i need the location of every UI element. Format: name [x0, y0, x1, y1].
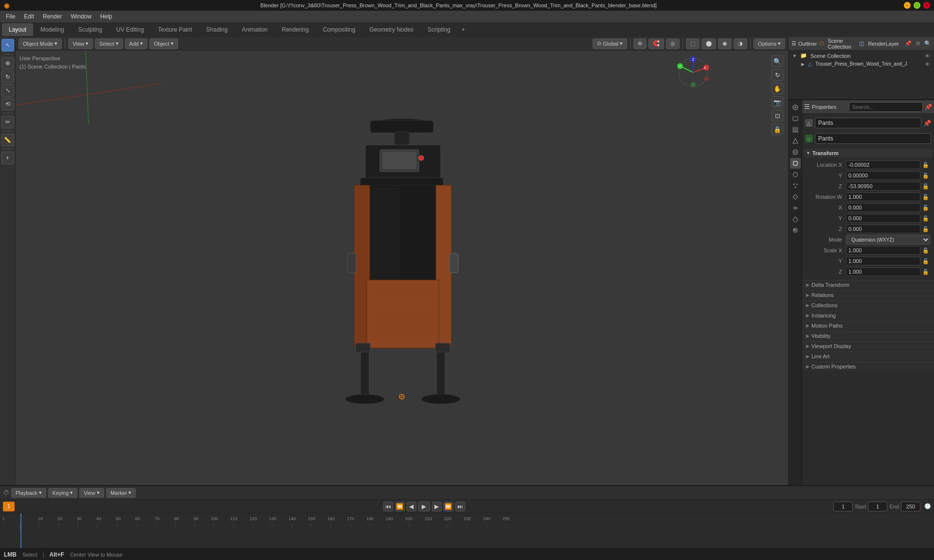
tab-uv-editing[interactable]: UV Editing [109, 23, 151, 36]
viewport-material-button[interactable]: ◉ [718, 38, 732, 49]
location-x-value[interactable]: -0.00002 [846, 160, 920, 169]
prop-tab-material[interactable] [790, 225, 801, 236]
jump-end-button[interactable]: ⏭ [455, 502, 465, 511]
menu-file[interactable]: File [2, 12, 19, 21]
camera-button[interactable]: 📷 [772, 96, 783, 108]
prop-tab-world[interactable] [790, 147, 801, 158]
tool-move[interactable]: ⊕ [1, 57, 14, 70]
instancing-header[interactable]: ▶ Instancing [802, 311, 934, 320]
tool-rotate[interactable]: ↻ [1, 70, 14, 83]
menu-help[interactable]: Help [96, 12, 116, 21]
minimize-button[interactable]: − [904, 2, 911, 9]
global-transform-button[interactable]: ⊙ Global ▾ [593, 38, 627, 49]
next-frame-button[interactable]: ▶ [432, 502, 442, 511]
scale-z-lock[interactable]: 🔓 [921, 267, 930, 276]
delta-transform-header[interactable]: ▶ Delta Transform [802, 280, 934, 289]
prop-tab-view-layer[interactable] [790, 124, 801, 135]
prop-tab-data[interactable] [790, 214, 801, 225]
viewport-display-header[interactable]: ▶ Viewport Display [802, 341, 934, 350]
lock-button[interactable]: 🔒 [772, 123, 783, 135]
start-frame-input[interactable]: 1 [868, 502, 887, 511]
viewport-shading-buttons[interactable]: ⬚ [686, 38, 700, 49]
tab-scripting[interactable]: Scripting [421, 23, 457, 36]
prop-tab-object[interactable] [790, 158, 801, 169]
object-mode-dropdown[interactable]: Object Mode ▾ [18, 38, 62, 49]
tab-layout[interactable]: Layout [2, 23, 33, 36]
tool-select[interactable]: ↖ [1, 39, 14, 52]
custom-properties-header[interactable]: ▶ Custom Properties [802, 362, 934, 371]
tab-rendering[interactable]: Rendering [275, 23, 315, 36]
object-name-input[interactable]: Pants [815, 118, 921, 128]
visibility-header[interactable]: ▶ Visibility [802, 331, 934, 340]
object-menu-button[interactable]: Object ▾ [149, 38, 178, 49]
tool-annotate[interactable]: ✏ [1, 116, 14, 128]
location-z-value[interactable]: -53.90950 [846, 182, 920, 191]
menu-window[interactable]: Window [67, 12, 95, 21]
rotation-y-value[interactable]: 0.000 [846, 214, 920, 223]
rotation-z-value[interactable]: 0.000 [846, 225, 920, 233]
filter-icon[interactable]: ⚙ [916, 40, 920, 47]
menu-edit[interactable]: Edit [20, 12, 38, 21]
rotation-y-lock[interactable]: 🔓 [921, 214, 930, 223]
rotation-x-lock[interactable]: 🔓 [921, 203, 930, 212]
keying-menu-button[interactable]: Keying ▾ [48, 488, 78, 498]
relations-header[interactable]: ▶ Relations [802, 290, 934, 299]
view-menu-button[interactable]: View ▾ [68, 38, 93, 49]
tool-scale[interactable]: ⤡ [1, 84, 14, 97]
options-button[interactable]: Options ▾ [754, 38, 785, 49]
tab-compositing[interactable]: Compositing [316, 23, 362, 36]
scale-x-value[interactable]: 1.000 [846, 246, 920, 255]
location-y-lock[interactable]: 🔓 [921, 171, 930, 180]
prop-tab-render[interactable] [790, 102, 801, 113]
playback-menu-button[interactable]: Playback ▾ [11, 488, 46, 498]
mesh-name-input[interactable]: Pants [815, 133, 931, 144]
motion-paths-header[interactable]: ▶ Motion Paths [802, 321, 934, 330]
snap-button[interactable]: 🧲 [648, 38, 664, 49]
scale-y-lock[interactable]: 🔓 [921, 257, 930, 265]
prev-keyframe-button[interactable]: ⏪ [395, 502, 405, 511]
tab-shading[interactable]: Shading [199, 23, 234, 36]
viewport-canvas[interactable]: User Perspective (1) Scene Collection | … [16, 51, 788, 485]
zoom-in-button[interactable]: 🔍 [772, 55, 783, 67]
rotation-z-lock[interactable]: 🔓 [921, 225, 930, 233]
props-pin-icon[interactable]: 📌 [925, 104, 932, 110]
viewport-render-button[interactable]: ◑ [734, 38, 747, 49]
tool-add[interactable]: + [1, 152, 14, 164]
tab-geometry-nodes[interactable]: Geometry Nodes [362, 23, 420, 36]
proportional-button[interactable]: ◎ [666, 38, 680, 49]
object-pin-button[interactable]: 📌 [923, 120, 931, 127]
tool-transform[interactable]: ⟲ [1, 98, 14, 110]
prop-tab-output[interactable] [790, 113, 801, 124]
prop-tab-particles[interactable] [790, 180, 801, 191]
outliner-eye-2[interactable]: 👁 [925, 61, 930, 67]
frame-all-button[interactable]: ⊡ [772, 110, 783, 122]
tool-measure[interactable]: 📏 [1, 134, 14, 146]
current-frame-input[interactable]: 1 [833, 502, 853, 511]
marker-menu-button[interactable]: Marker ▾ [106, 488, 136, 498]
outliner-scene-collection[interactable]: ▼ 📁 Scene Collection 👁 [789, 52, 934, 60]
select-menu-button[interactable]: Select ▾ [95, 38, 123, 49]
search-icon[interactable]: 🔍 [924, 40, 931, 47]
tab-animation[interactable]: Animation [235, 23, 274, 36]
rotation-w-lock[interactable]: 🔓 [921, 192, 930, 201]
add-menu-button[interactable]: Add ▾ [125, 38, 148, 49]
rotation-x-value[interactable]: 0.000 [846, 203, 920, 212]
pan-button[interactable]: ✋ [772, 83, 783, 94]
scale-y-value[interactable]: 1.000 [846, 257, 920, 265]
prop-tab-physics[interactable] [790, 192, 801, 202]
outliner-object[interactable]: ▶ △ Trouser_Press_Brown_Wood_Trim_and_J … [789, 60, 934, 68]
jump-start-button[interactable]: ⏮ [383, 502, 393, 511]
rotation-w-value[interactable]: 1.000 [846, 192, 920, 201]
play-pause-button[interactable]: ▶ [418, 502, 430, 511]
prop-tab-modifier[interactable] [790, 169, 801, 180]
orbit-button[interactable]: ↻ [772, 69, 783, 81]
properties-search-input[interactable] [849, 102, 923, 112]
pivot-button[interactable]: ⊛ [633, 38, 647, 49]
location-x-lock[interactable]: 🔓 [921, 160, 930, 169]
tab-sculpting[interactable]: Sculpting [72, 23, 109, 36]
transform-header[interactable]: ▼ Transform [804, 149, 932, 158]
prop-tab-scene[interactable] [790, 136, 801, 146]
location-z-lock[interactable]: 🔓 [921, 182, 930, 191]
line-art-header[interactable]: ▶ Line Art [802, 351, 934, 361]
outliner-eye-1[interactable]: 👁 [925, 53, 930, 59]
